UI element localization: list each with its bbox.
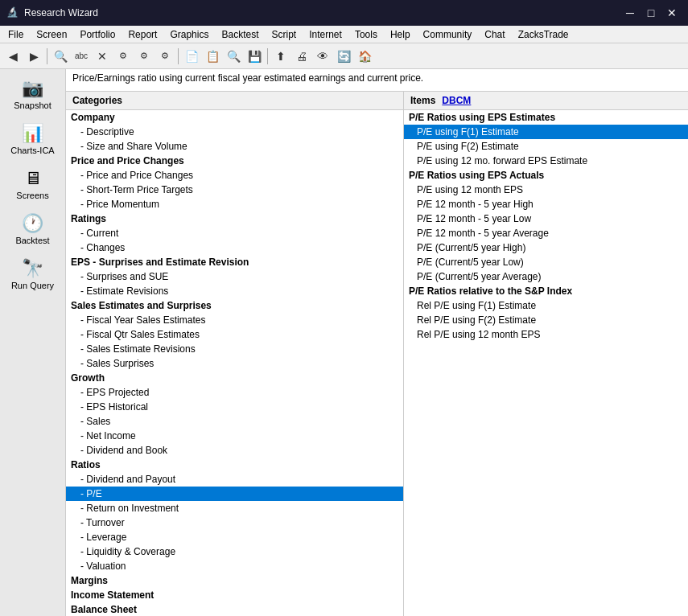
- item-entry[interactable]: P/E using 12 month EPS: [404, 183, 688, 197]
- cat-item[interactable]: - Valuation: [66, 559, 403, 573]
- delete-button[interactable]: ✕: [93, 47, 112, 66]
- cat-item[interactable]: - EPS Historical: [66, 400, 403, 414]
- refresh-button[interactable]: 🔄: [334, 47, 353, 66]
- sidebar-item-screens[interactable]: 🖥 Screens: [2, 162, 64, 206]
- item-entry[interactable]: P/E using F(1) Estimate: [404, 125, 688, 139]
- menu-item-internet[interactable]: Internet: [303, 27, 348, 42]
- sidebar-item-snapshot[interactable]: 📷 Snapshot: [2, 72, 64, 116]
- menu-item-report[interactable]: Report: [122, 27, 163, 42]
- cat-item[interactable]: - Changes: [66, 240, 403, 255]
- cat-item[interactable]: - Surprises and SUE: [66, 269, 403, 284]
- item-group[interactable]: P/E Ratios using EPS Actuals: [404, 168, 688, 183]
- menu-item-script[interactable]: Script: [266, 27, 303, 42]
- close-button[interactable]: ✕: [662, 3, 682, 23]
- sort-button[interactable]: ⬆: [271, 47, 290, 66]
- cat-group[interactable]: Growth: [66, 371, 403, 385]
- item-entry[interactable]: P/E (Current/5 year Average): [404, 269, 688, 284]
- cat-item[interactable]: - Price and Price Changes: [66, 168, 403, 183]
- item-entry[interactable]: P/E (Current/5 year Low): [404, 255, 688, 269]
- item-entry[interactable]: P/E using 12 mo. forward EPS Estimate: [404, 154, 688, 168]
- cat-group[interactable]: Company: [66, 110, 403, 125]
- menu-item-help[interactable]: Help: [384, 27, 417, 42]
- cat-item[interactable]: - P/E: [66, 487, 403, 501]
- item-entry[interactable]: Rel P/E using F(1) Estimate: [404, 298, 688, 313]
- cat-item[interactable]: - Liquidity & Coverage: [66, 544, 403, 559]
- categories-list[interactable]: Company- Descriptive- Size and Share Vol…: [66, 110, 403, 616]
- cat-item[interactable]: - Fiscal Qtr Sales Estimates: [66, 327, 403, 342]
- print-button[interactable]: 🖨: [292, 47, 311, 66]
- cat-group[interactable]: Sales Estimates and Surprises: [66, 298, 403, 313]
- cat-item[interactable]: - Dividend and Book: [66, 443, 403, 458]
- menu-item-backtest[interactable]: Backtest: [215, 27, 265, 42]
- cat-item[interactable]: - Dividend and Payout: [66, 472, 403, 487]
- cat-item[interactable]: - Sales Estimate Revisions: [66, 342, 403, 356]
- items-list[interactable]: P/E Ratios using EPS EstimatesP/E using …: [404, 110, 688, 616]
- separator-2: [178, 48, 179, 64]
- cat-item[interactable]: - Estimate Revisions: [66, 284, 403, 298]
- tool3-button[interactable]: ⚙: [155, 47, 175, 66]
- back-button[interactable]: ◀: [3, 47, 23, 66]
- cat-group[interactable]: EPS - Surprises and Estimate Revision: [66, 255, 403, 269]
- open-button[interactable]: 📋: [203, 47, 222, 66]
- backtest-icon: 🕐: [22, 213, 43, 234]
- menu-item-file[interactable]: File: [2, 27, 30, 42]
- item-entry[interactable]: P/E using F(2) Estimate: [404, 139, 688, 154]
- menu-item-zackstrade[interactable]: ZacksTrade: [512, 27, 575, 42]
- item-entry[interactable]: P/E (Current/5 year High): [404, 240, 688, 255]
- cat-group[interactable]: Balance Sheet: [66, 602, 403, 616]
- item-entry[interactable]: P/E 12 month - 5 year Average: [404, 226, 688, 240]
- home-button[interactable]: 🏠: [355, 47, 374, 66]
- tool1-button[interactable]: ⚙: [113, 47, 133, 66]
- sidebar: 📷 Snapshot 📊 Charts-ICA 🖥 Screens 🕐 Back…: [0, 69, 66, 616]
- cat-item[interactable]: - Leverage: [66, 530, 403, 544]
- find-button[interactable]: 🔍: [224, 47, 243, 66]
- cat-item[interactable]: - Descriptive: [66, 125, 403, 139]
- items-tab-dbcm[interactable]: DBCM: [442, 95, 471, 106]
- cat-group[interactable]: Margins: [66, 573, 403, 588]
- minimize-button[interactable]: ─: [620, 3, 640, 23]
- cat-item[interactable]: - Sales Surprises: [66, 356, 403, 371]
- cat-item[interactable]: - Price Momentum: [66, 197, 403, 211]
- cat-item[interactable]: - Current: [66, 226, 403, 240]
- cat-group[interactable]: Price and Price Changes: [66, 154, 403, 168]
- menu-item-tools[interactable]: Tools: [348, 27, 384, 42]
- items-header: Items DBCM: [404, 92, 688, 110]
- cat-item[interactable]: - Short-Term Price Targets: [66, 183, 403, 197]
- new-button[interactable]: 📄: [182, 47, 201, 66]
- cat-item[interactable]: - Sales: [66, 414, 403, 429]
- title-bar: 🔬 Research Wizard ─ □ ✕: [0, 0, 688, 26]
- cat-item[interactable]: - Net Income: [66, 429, 403, 443]
- sidebar-item-charts-ica[interactable]: 📊 Charts-ICA: [2, 117, 64, 161]
- menu-item-graphics[interactable]: Graphics: [163, 27, 215, 42]
- sidebar-item-backtest[interactable]: 🕐 Backtest: [2, 207, 64, 251]
- menu-item-portfolio[interactable]: Portfolio: [73, 27, 122, 42]
- abc-button[interactable]: abc: [72, 47, 91, 66]
- sidebar-label-snapshot: Snapshot: [14, 101, 51, 110]
- search-button[interactable]: 🔍: [51, 47, 70, 66]
- preview-button[interactable]: 👁: [313, 47, 332, 66]
- cat-group[interactable]: Ratings: [66, 211, 403, 226]
- menu-item-screen[interactable]: Screen: [30, 27, 73, 42]
- maximize-button[interactable]: □: [641, 3, 661, 23]
- item-group[interactable]: P/E Ratios using EPS Estimates: [404, 110, 688, 125]
- cat-item[interactable]: - Turnover: [66, 515, 403, 530]
- item-entry[interactable]: Rel P/E using 12 month EPS: [404, 327, 688, 342]
- run-query-icon: 🔭: [22, 258, 43, 279]
- item-group[interactable]: P/E Ratios relative to the S&P Index: [404, 284, 688, 298]
- app-title: Research Wizard: [24, 7, 620, 18]
- item-entry[interactable]: P/E 12 month - 5 year Low: [404, 211, 688, 226]
- save-button[interactable]: 💾: [245, 47, 264, 66]
- cat-item[interactable]: - Return on Investment: [66, 501, 403, 515]
- item-entry[interactable]: Rel P/E using F(2) Estimate: [404, 313, 688, 327]
- cat-group[interactable]: Ratios: [66, 458, 403, 472]
- sidebar-item-run-query[interactable]: 🔭 Run Query: [2, 253, 64, 296]
- cat-group[interactable]: Income Statement: [66, 588, 403, 602]
- tool2-button[interactable]: ⚙: [134, 47, 154, 66]
- cat-item[interactable]: - EPS Projected: [66, 385, 403, 400]
- cat-item[interactable]: - Fiscal Year Sales Estimates: [66, 313, 403, 327]
- cat-item[interactable]: - Size and Share Volume: [66, 139, 403, 154]
- forward-button[interactable]: ▶: [24, 47, 43, 66]
- item-entry[interactable]: P/E 12 month - 5 year High: [404, 197, 688, 211]
- menu-item-chat[interactable]: Chat: [478, 27, 511, 42]
- menu-item-community[interactable]: Community: [417, 27, 479, 42]
